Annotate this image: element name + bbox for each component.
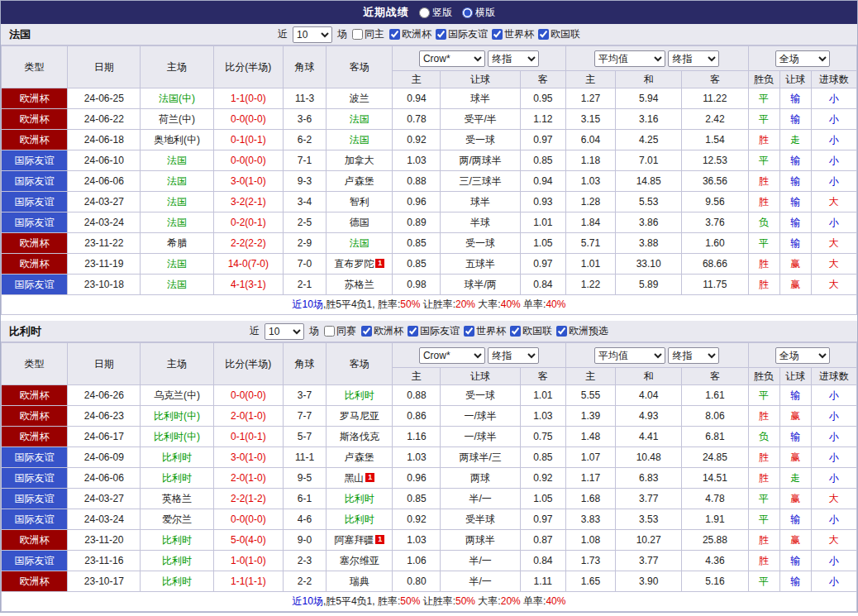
same-filter[interactable]: 同主 xyxy=(352,27,384,41)
competition-filter[interactable]: 国际友谊 xyxy=(408,324,460,338)
match-type-badge: 欧洲杯 xyxy=(2,571,68,592)
filter-bar: 近 10 场 同主 欧洲杯国际友谊世界杯欧国联 xyxy=(278,26,580,43)
match-date: 23-11-19 xyxy=(68,254,141,275)
result-outcome: 负 xyxy=(748,427,779,447)
handicap-home-odds: 0.85 xyxy=(393,233,441,254)
euro-away-odds: 2.42 xyxy=(682,109,748,130)
header-row-groups: 类型 日期 主场 比分(半场) 角球 客场 Crow* 终指 平均值 终指 xyxy=(2,46,857,71)
euro-source-select[interactable]: 平均值 xyxy=(594,50,665,67)
handicap-home-odds: 0.96 xyxy=(393,468,441,489)
red-card-badge: 1 xyxy=(375,535,384,544)
summary-segment: 40% xyxy=(546,298,565,310)
handicap-away-odds: 0.84 xyxy=(520,551,565,571)
result-outcome: 负 xyxy=(748,212,779,233)
away-team: 罗马尼亚 xyxy=(327,406,393,427)
competition-filter[interactable]: 世界杯 xyxy=(492,27,534,41)
home-team: 希腊 xyxy=(141,233,213,254)
same-filter[interactable]: 同赛 xyxy=(324,324,356,338)
result-group: 全场 xyxy=(748,46,856,71)
competition-filter[interactable]: 国际友谊 xyxy=(436,27,488,41)
competition-checkbox[interactable] xyxy=(538,29,549,40)
result-outcome: 平 xyxy=(748,150,779,171)
handicap-home-odds: 0.85 xyxy=(393,489,441,509)
euro-stage-select[interactable]: 终指 xyxy=(668,347,719,364)
competition-filter[interactable]: 欧洲预选 xyxy=(556,324,608,338)
match-score: 2-0(1-0) xyxy=(213,406,283,427)
competition-checkbox[interactable] xyxy=(408,326,418,337)
euro-away-odds: 8.06 xyxy=(682,406,748,427)
subcol-handicap-home: 主 xyxy=(393,71,441,88)
competition-checkbox[interactable] xyxy=(556,326,567,337)
euro-away-odds: 24.85 xyxy=(682,447,748,468)
horizontal-radio[interactable] xyxy=(462,7,473,18)
handicap-home-odds: 0.89 xyxy=(393,212,441,233)
competition-label: 欧洲杯 xyxy=(402,27,431,41)
competition-label: 国际友谊 xyxy=(448,27,488,41)
match-row: 欧洲杯24-06-26乌克兰(中)0-0(0-0)3-7比利时0.88受一球1.… xyxy=(2,385,857,406)
handicap-line: 两球 xyxy=(441,468,520,489)
match-type-badge: 国际友谊 xyxy=(2,551,68,571)
table-header: 类型 日期 主场 比分(半场) 角球 客场 Crow* 终指 平均值 终指 xyxy=(2,343,857,385)
competition-checkbox[interactable] xyxy=(464,326,474,337)
euro-away-odds: 1.61 xyxy=(682,385,748,406)
competition-checkbox[interactable] xyxy=(492,29,503,40)
scope-select[interactable]: 全场 xyxy=(775,347,830,364)
euro-home-odds: 1.48 xyxy=(565,427,615,447)
euro-away-odds: 14.51 xyxy=(682,468,748,489)
match-count-select[interactable]: 10 xyxy=(265,323,304,340)
competition-checkbox[interactable] xyxy=(510,326,521,337)
match-score: 0-1(0-1) xyxy=(213,130,283,150)
match-score: 0-0(0-0) xyxy=(213,509,283,530)
same-checkbox[interactable] xyxy=(324,326,335,337)
competition-checkbox[interactable] xyxy=(389,29,400,40)
match-type-badge: 欧洲杯 xyxy=(2,406,68,427)
summary-segment: ,胜5平4负1, xyxy=(323,595,378,607)
away-team: 智利 xyxy=(327,192,393,212)
competition-filter[interactable]: 欧洲杯 xyxy=(389,27,431,41)
handicap-line: 受一球 xyxy=(441,233,520,254)
competition-checkbox[interactable] xyxy=(361,326,372,337)
odds-stage-select[interactable]: 终指 xyxy=(488,50,539,67)
competition-filter[interactable]: 世界杯 xyxy=(464,324,506,338)
vertical-radio[interactable] xyxy=(419,7,430,18)
odds-stage-select[interactable]: 终指 xyxy=(488,347,539,364)
match-count-select[interactable]: 10 xyxy=(293,26,332,43)
competition-filter[interactable]: 欧国联 xyxy=(510,324,552,338)
match-date: 24-03-24 xyxy=(68,509,141,530)
table-footer: 近10场,胜5平4负1, 胜率:50% 让胜率:50% 大率:20% 单率:40… xyxy=(2,592,857,612)
euro-stage-select[interactable]: 终指 xyxy=(668,50,719,67)
summary-segment: 50% xyxy=(455,595,475,607)
filter-bar: 近 10 场 同赛 欧洲杯国际友谊世界杯欧国联欧洲预选 xyxy=(250,323,608,340)
scope-select[interactable]: 全场 xyxy=(775,50,830,67)
match-score: 0-1(0-1) xyxy=(213,427,283,447)
competition-label: 欧洲杯 xyxy=(374,324,403,338)
odds-provider-select[interactable]: Crow* xyxy=(419,50,485,67)
euro-source-select[interactable]: 平均值 xyxy=(594,347,665,364)
same-checkbox[interactable] xyxy=(352,29,363,40)
match-score: 2-2(1-2) xyxy=(213,489,283,509)
handicap-away-odds: 0.94 xyxy=(520,171,565,192)
home-team: 英格兰 xyxy=(141,489,213,509)
odds-provider-select[interactable]: Crow* xyxy=(419,347,485,364)
corner-score: 2-2 xyxy=(283,571,326,592)
competition-filter[interactable]: 欧国联 xyxy=(538,27,580,41)
competition-checkbox[interactable] xyxy=(436,29,446,40)
match-score: 0-0(0-0) xyxy=(213,385,283,406)
layout-vertical-option[interactable]: 竖版 xyxy=(419,6,452,20)
result-handicap: 输 xyxy=(779,88,811,109)
result-group: 全场 xyxy=(748,343,856,368)
match-date: 23-10-17 xyxy=(68,571,141,592)
euro-draw-odds: 3.53 xyxy=(616,509,682,530)
match-date: 24-06-18 xyxy=(68,130,141,150)
handicap-line: 一/球半 xyxy=(441,427,520,447)
summary-row: 近10场,胜5平4负1, 胜率:50% 让胜率:50% 大率:20% 单率:40… xyxy=(2,592,857,612)
handicap-line: 球半 xyxy=(441,88,520,109)
summary-segment: 近10场 xyxy=(293,595,323,607)
summary-segment: 40% xyxy=(546,595,565,607)
match-row: 国际友谊24-06-06法国3-0(1-0)9-3卢森堡0.88三/三球半0.9… xyxy=(2,171,857,192)
competition-filter[interactable]: 欧洲杯 xyxy=(361,324,403,338)
match-score: 3-0(1-0) xyxy=(213,171,283,192)
handicap-home-odds: 0.80 xyxy=(393,571,441,592)
match-type-badge: 国际友谊 xyxy=(2,150,68,171)
layout-horizontal-option[interactable]: 横版 xyxy=(462,6,495,20)
